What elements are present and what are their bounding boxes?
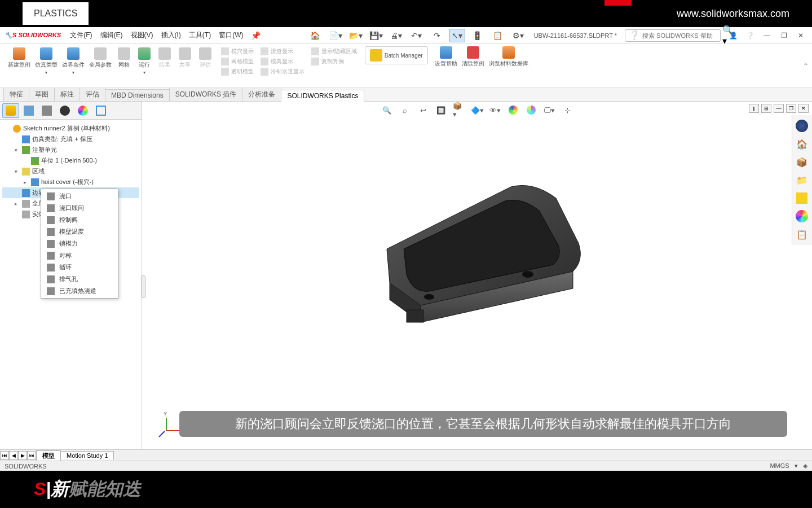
- menu-tools[interactable]: 工具(T): [186, 28, 214, 42]
- graphics-viewport[interactable]: 🔍 ⌕ ↩ 🔲 📦▾ 🔷▾ 👁▾ 🖵▾ ⊹ ⫿ ⊞ — ❐ ✕: [142, 102, 812, 449]
- zoom-area-icon[interactable]: ⌕: [399, 104, 411, 116]
- display-style-icon[interactable]: 🔷▾: [471, 104, 483, 116]
- panel-tab-config[interactable]: [38, 103, 55, 118]
- tree-region[interactable]: ▾区域: [2, 166, 139, 177]
- tab-nav-first[interactable]: ⏮: [0, 451, 9, 460]
- prev-view-icon[interactable]: ↩: [417, 104, 429, 116]
- print-icon[interactable]: 🖨▾: [389, 29, 404, 42]
- tree-hoist-cover[interactable]: ▸hoist cover (-模穴-): [2, 177, 139, 187]
- dock-resources[interactable]: 📦: [793, 154, 810, 170]
- menu-insert[interactable]: 插入(I): [158, 28, 184, 42]
- part-model[interactable]: [353, 170, 601, 339]
- redo-icon[interactable]: ↷: [429, 29, 445, 42]
- ribbon-global-params[interactable]: 全局参数: [87, 46, 114, 76]
- menu-window[interactable]: 窗口(W): [215, 28, 246, 42]
- tab-features[interactable]: 特征: [3, 87, 29, 101]
- viewport-split-icon[interactable]: ⫿: [749, 104, 759, 113]
- bottom-tab-model[interactable]: 模型: [36, 450, 61, 461]
- ribbon-sim-type[interactable]: 仿真类型▾: [33, 46, 60, 76]
- dock-custom-props[interactable]: 📋: [793, 226, 810, 243]
- viewport-new-icon[interactable]: ⊞: [761, 104, 771, 113]
- ribbon-clear-study[interactable]: 清除算例: [460, 45, 487, 86]
- select-icon[interactable]: ↖▾: [449, 29, 465, 42]
- scene-icon[interactable]: [525, 104, 537, 116]
- viewport-close[interactable]: ✕: [798, 104, 809, 113]
- section-view-icon[interactable]: 🔲: [435, 104, 447, 116]
- ribbon-copy-study: 复制算例: [309, 56, 359, 67]
- tab-analysis-prep[interactable]: 分析准备: [242, 87, 281, 101]
- ribbon-collapse-icon[interactable]: ⌃: [803, 62, 809, 70]
- save-icon[interactable]: 💾▾: [368, 29, 384, 42]
- ribbon-mesh[interactable]: 网格: [114, 46, 134, 76]
- tree-injection-unit[interactable]: ▾注塑单元: [2, 144, 139, 155]
- panel-tab-appearance[interactable]: [74, 103, 91, 118]
- appearance-icon[interactable]: [507, 104, 519, 116]
- ribbon-batch-manager[interactable]: Batch Manager: [365, 46, 428, 64]
- tab-nav-next[interactable]: ▶: [18, 451, 27, 460]
- ribbon-setup-help[interactable]: 设置帮助: [433, 45, 460, 86]
- home-icon[interactable]: 🏠: [307, 29, 323, 42]
- ctx-clamp-force[interactable]: 锁模力: [41, 238, 118, 249]
- ctx-gate[interactable]: 浇口: [41, 190, 118, 202]
- panel-tab-feature-tree[interactable]: [2, 103, 19, 118]
- ctx-wall-temp[interactable]: 模壁温度: [41, 226, 118, 238]
- menu-file[interactable]: 文件(F): [67, 28, 95, 42]
- tab-mbd[interactable]: MBD Dimensions: [105, 89, 170, 101]
- traffic-icon[interactable]: 🚦: [470, 29, 486, 42]
- gear-icon[interactable]: ⚙▾: [510, 29, 526, 42]
- tab-nav-prev[interactable]: ◀: [9, 451, 18, 460]
- panel-tab-dim[interactable]: [56, 103, 73, 118]
- view-settings-icon[interactable]: 🖵▾: [543, 104, 555, 116]
- menu-expand-icon[interactable]: 📌: [248, 29, 264, 42]
- ctx-gate-advisor[interactable]: 浇口顾问: [41, 202, 118, 214]
- hide-show-icon[interactable]: 👁▾: [489, 104, 501, 116]
- minimize-button[interactable]: —: [760, 29, 774, 42]
- zoom-fit-icon[interactable]: 🔍: [381, 104, 393, 116]
- close-button[interactable]: ✕: [794, 29, 807, 42]
- tab-annotate[interactable]: 标注: [54, 87, 80, 101]
- ribbon-run[interactable]: 运行▾: [134, 46, 155, 76]
- form-icon[interactable]: 📋: [490, 29, 506, 42]
- search-input[interactable]: [642, 32, 720, 39]
- new-icon[interactable]: 📄▾: [328, 29, 343, 42]
- ctx-filled-hot-runner[interactable]: 已充填热浇道: [41, 285, 118, 297]
- panel-split-handle[interactable]: [141, 275, 145, 298]
- dock-view-palette[interactable]: [793, 190, 810, 207]
- viewport-minimize[interactable]: —: [774, 104, 784, 113]
- task-pane-dock: 🏠 📦 📁 📋: [792, 115, 812, 245]
- bottom-tab-motion[interactable]: Motion Study 1: [60, 451, 114, 459]
- tab-addins[interactable]: SOLIDWORKS 插件: [169, 87, 243, 101]
- menu-edit[interactable]: 编辑(E): [97, 28, 126, 42]
- ctx-cycle[interactable]: 循环: [41, 261, 118, 273]
- tab-nav-last[interactable]: ⏭: [27, 451, 36, 460]
- panel-tab-plastics[interactable]: [92, 103, 109, 118]
- tree-study-root[interactable]: Sketch runner2 算例 (单种材料): [2, 123, 139, 134]
- tab-plastics[interactable]: SOLIDWORKS Plastics: [281, 90, 364, 102]
- panel-tab-property[interactable]: [20, 103, 37, 118]
- ctx-symmetry[interactable]: 对称: [41, 249, 118, 261]
- dock-file-explorer[interactable]: 📁: [793, 172, 810, 189]
- tab-sketch[interactable]: 草图: [29, 87, 55, 101]
- ribbon-new-study[interactable]: 新建算例: [6, 46, 33, 76]
- menu-view[interactable]: 视图(V): [127, 28, 157, 42]
- help-icon[interactable]: ❔: [743, 29, 757, 42]
- dock-3dexperience[interactable]: [793, 117, 810, 134]
- open-icon[interactable]: 📂▾: [348, 29, 364, 42]
- user-icon[interactable]: 👤: [726, 29, 740, 42]
- ribbon-boundary[interactable]: 边界条件▾: [60, 46, 87, 76]
- status-units[interactable]: MMGS: [770, 462, 789, 469]
- coordinate-icon[interactable]: ⊹: [561, 104, 573, 116]
- view-orientation-icon[interactable]: 📦▾: [453, 104, 465, 116]
- search-box[interactable]: ❔ 🔍▾: [625, 29, 721, 42]
- viewport-maximize[interactable]: ❐: [786, 104, 796, 113]
- dock-home[interactable]: 🏠: [793, 135, 810, 152]
- ctx-control-valve[interactable]: 控制阀: [41, 214, 118, 226]
- tree-sim-type[interactable]: 仿真类型: 充填 + 保压: [2, 134, 139, 144]
- undo-icon[interactable]: ↶▾: [409, 29, 425, 42]
- restore-button[interactable]: ❐: [777, 29, 791, 42]
- ctx-vent[interactable]: 排气孔: [41, 273, 118, 285]
- tree-material-unit[interactable]: 单位 1 (-Delrin 500-): [2, 155, 139, 166]
- tab-evaluate[interactable]: 评估: [80, 87, 105, 101]
- dock-appearances[interactable]: [793, 208, 810, 225]
- ribbon-material-db[interactable]: 浏览材料数据库: [487, 45, 531, 86]
